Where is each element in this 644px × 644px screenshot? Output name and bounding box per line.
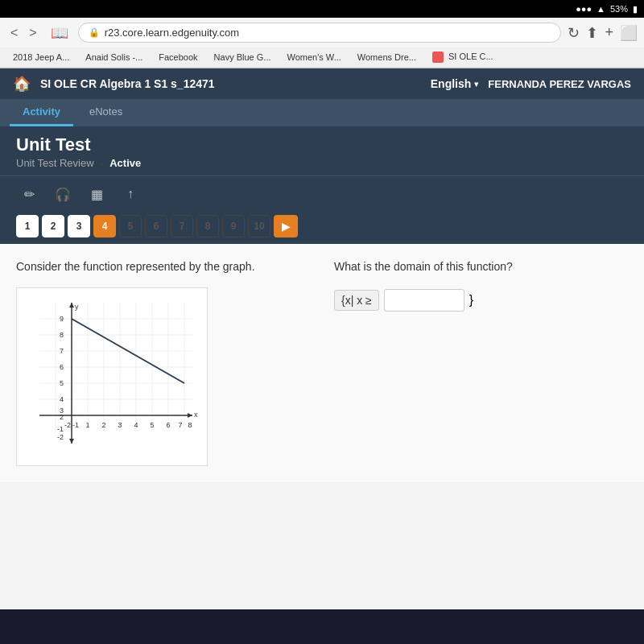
lesson-subtitle-text: Unit Test Review bbox=[16, 157, 94, 169]
svg-text:2: 2 bbox=[101, 421, 105, 429]
tabs-button[interactable]: ⬜ bbox=[620, 24, 638, 42]
status-bar: ●●● ▲ 53% ▮ bbox=[0, 0, 644, 18]
question-number-2[interactable]: 2 bbox=[42, 215, 64, 237]
svg-text:y: y bbox=[75, 303, 79, 311]
separator: · bbox=[101, 157, 104, 169]
svg-marker-18 bbox=[188, 413, 192, 418]
domain-notation: {x| x ≥ bbox=[334, 290, 379, 311]
address-bar[interactable]: 🔒 r23.core.learn.edgenuity.com bbox=[78, 23, 562, 43]
svg-text:-1: -1 bbox=[72, 421, 79, 429]
nav-buttons: < > bbox=[6, 24, 41, 42]
language-selector[interactable]: English ▾ bbox=[431, 77, 479, 90]
closing-bracket: } bbox=[469, 293, 473, 308]
lesson-subtitle: Unit Test Review · Active bbox=[16, 157, 628, 169]
share-button[interactable]: ⬆ bbox=[586, 24, 598, 42]
svg-text:x: x bbox=[194, 411, 198, 419]
chevron-down-icon: ▾ bbox=[474, 80, 478, 89]
question-number-3[interactable]: 3 bbox=[68, 215, 90, 237]
svg-text:6: 6 bbox=[60, 363, 64, 371]
user-name: FERNANDA PEREZ VARGAS bbox=[488, 78, 631, 90]
bookmark-womens-dre[interactable]: Womens Dre... bbox=[351, 51, 423, 64]
domain-answer-input[interactable] bbox=[384, 289, 464, 312]
url-text: r23.core.learn.edgenuity.com bbox=[105, 27, 239, 39]
question-left: Consider the function represented by the… bbox=[16, 260, 310, 466]
answer-area: {x| x ≥ } bbox=[334, 289, 628, 312]
svg-text:7: 7 bbox=[60, 347, 64, 355]
favicon bbox=[432, 52, 444, 63]
domain-question-text: What is the domain of this function? bbox=[334, 260, 628, 273]
tabs-bar: Activity eNotes bbox=[0, 99, 644, 126]
upload-tool[interactable]: ↑ bbox=[118, 181, 143, 207]
question-right: What is the domain of this function? {x|… bbox=[334, 260, 628, 466]
svg-text:8: 8 bbox=[60, 331, 64, 339]
svg-text:-2: -2 bbox=[57, 433, 64, 441]
bookmark-siole[interactable]: SI OLE C... bbox=[426, 50, 500, 64]
bookmark-anaid[interactable]: Anaid Solis -... bbox=[79, 51, 149, 64]
headphones-tool[interactable]: 🎧 bbox=[50, 181, 76, 207]
course-title: SI OLE CR Algebra 1 S1 s_12471 bbox=[40, 77, 421, 90]
svg-text:2: 2 bbox=[60, 413, 64, 421]
wifi-icon: ▲ bbox=[597, 4, 605, 14]
add-tab-button[interactable]: + bbox=[605, 24, 613, 41]
bookmark-jeep[interactable]: 2018 Jeep A... bbox=[6, 51, 76, 64]
svg-text:4: 4 bbox=[134, 421, 138, 429]
tab-enotes[interactable]: eNotes bbox=[76, 99, 135, 126]
bookmarks-icon[interactable]: 📖 bbox=[51, 24, 68, 42]
bookmarks-bar: 2018 Jeep A... Anaid Solis -... Facebook… bbox=[0, 47, 644, 68]
main-content: Unit Test Unit Test Review · Active ✏ 🎧 … bbox=[0, 126, 644, 609]
svg-text:8: 8 bbox=[188, 421, 192, 429]
question-number-5[interactable]: 5 bbox=[119, 215, 142, 237]
question-toolbar: ✏ 🎧 ▦ ↑ bbox=[0, 175, 644, 212]
svg-marker-19 bbox=[69, 303, 74, 308]
lock-icon: 🔒 bbox=[89, 27, 100, 38]
home-icon[interactable]: 🏠 bbox=[13, 75, 31, 93]
app-header: 🏠 SI OLE CR Algebra 1 S1 s_12471 English… bbox=[0, 68, 644, 99]
question-number-7[interactable]: 7 bbox=[171, 215, 193, 237]
lesson-title: Unit Test bbox=[16, 134, 628, 155]
battery-icon: ▮ bbox=[633, 4, 638, 14]
svg-text:1: 1 bbox=[85, 421, 89, 429]
question-number-8[interactable]: 8 bbox=[196, 215, 219, 237]
svg-text:5: 5 bbox=[150, 421, 154, 429]
next-button[interactable]: ▶ bbox=[274, 215, 298, 237]
tab-activity[interactable]: Activity bbox=[10, 99, 73, 126]
pencil-tool[interactable]: ✏ bbox=[16, 181, 42, 207]
battery-status: 53% bbox=[610, 4, 628, 14]
refresh-button[interactable]: ↻ bbox=[568, 24, 580, 42]
back-button[interactable]: < bbox=[6, 24, 22, 42]
question-numbers: 1 2 3 4 5 6 7 8 9 10 ▶ bbox=[0, 212, 644, 244]
lesson-status: Active bbox=[109, 157, 141, 169]
language-label: English bbox=[431, 77, 472, 90]
browser-toolbar: < > 📖 🔒 r23.core.learn.edgenuity.com ↻ ⬆… bbox=[0, 18, 644, 47]
lesson-header: Unit Test Unit Test Review · Active bbox=[0, 126, 644, 175]
graph-svg: -2 -1 1 2 3 4 5 6 7 8 x 9 8 7 6 5 bbox=[23, 295, 200, 456]
bookmark-womens-w[interactable]: Women's W... bbox=[281, 51, 348, 64]
question-number-10[interactable]: 10 bbox=[248, 215, 270, 237]
question-area: Consider the function represented by the… bbox=[0, 244, 644, 482]
svg-text:9: 9 bbox=[60, 315, 64, 323]
question-number-1[interactable]: 1 bbox=[16, 215, 39, 237]
question-number-9[interactable]: 9 bbox=[222, 215, 245, 237]
svg-text:7: 7 bbox=[178, 421, 182, 429]
bookmark-navy[interactable]: Navy Blue G... bbox=[208, 51, 278, 64]
svg-text:-2: -2 bbox=[64, 421, 71, 429]
forward-button[interactable]: > bbox=[25, 24, 40, 42]
svg-text:3: 3 bbox=[118, 421, 122, 429]
question-number-6[interactable]: 6 bbox=[145, 215, 167, 237]
graph-container: -2 -1 1 2 3 4 5 6 7 8 x 9 8 7 6 5 bbox=[16, 287, 208, 466]
calculator-tool[interactable]: ▦ bbox=[84, 181, 109, 207]
bookmark-facebook[interactable]: Facebook bbox=[152, 51, 204, 64]
svg-text:5: 5 bbox=[60, 379, 64, 387]
question-text-left: Consider the function represented by the… bbox=[16, 260, 310, 273]
svg-marker-20 bbox=[69, 439, 74, 444]
question-number-4[interactable]: 4 bbox=[93, 215, 116, 237]
signal-icon: ●●● bbox=[576, 4, 592, 14]
svg-text:4: 4 bbox=[60, 395, 64, 403]
browser-chrome: < > 📖 🔒 r23.core.learn.edgenuity.com ↻ ⬆… bbox=[0, 18, 644, 68]
svg-text:-1: -1 bbox=[57, 425, 64, 433]
svg-text:6: 6 bbox=[166, 421, 170, 429]
